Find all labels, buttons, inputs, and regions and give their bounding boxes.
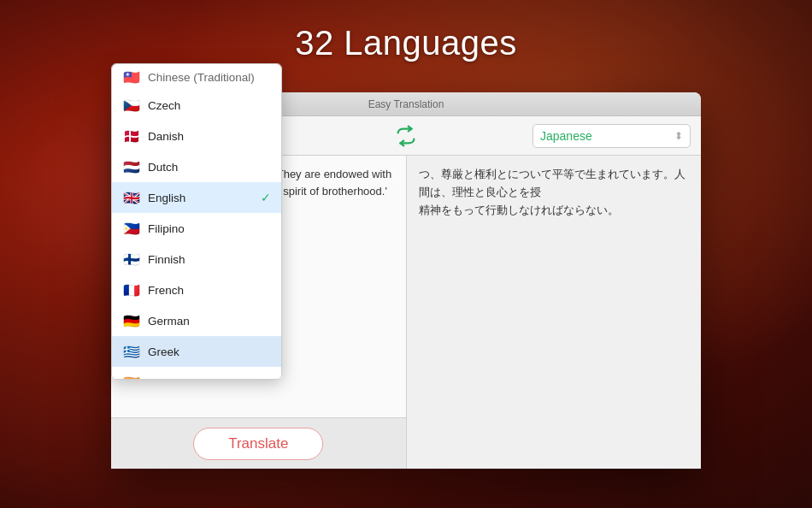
selected-checkmark-icon: ✓: [261, 191, 271, 204]
target-language-arrow-icon: ⬍: [674, 130, 683, 142]
translate-button-area: Translate: [111, 417, 406, 469]
flag-icon: 🇫🇷: [122, 281, 141, 299]
language-label: Dutch: [148, 161, 178, 174]
language-label: French: [148, 284, 184, 297]
language-label: Hindi: [148, 376, 174, 381]
list-item[interactable]: 🇩🇪 German: [112, 305, 281, 336]
app-title: Easy Translation: [368, 98, 444, 110]
flag-icon: 🇮🇳: [122, 373, 141, 380]
list-item-english[interactable]: 🇬🇧 English ✓: [112, 182, 281, 213]
flag-icon: 🇬🇷: [122, 342, 141, 361]
flag-icon: 🇩🇪: [122, 311, 141, 330]
list-item[interactable]: 🇨🇿 Czech: [112, 90, 281, 121]
flag-icon: 🇳🇱: [122, 157, 141, 176]
language-label: Finnish: [148, 253, 185, 266]
list-item[interactable]: 🇫🇮 Finnish: [112, 244, 281, 275]
language-label: Danish: [148, 130, 184, 143]
target-text: つ、尊厳と権利とについて平等で生まれています。人間は、理性と良心とを授精神をもっ…: [419, 166, 690, 219]
target-text-pane: つ、尊厳と権利とについて平等で生まれています。人間は、理性と良心とを授精神をもっ…: [407, 156, 702, 469]
list-item[interactable]: 🇵🇭 Filipino: [112, 213, 281, 244]
target-language-label: Japanese: [540, 129, 671, 143]
language-label: English: [148, 192, 185, 204]
language-label: German: [148, 315, 190, 328]
flag-icon: 🇬🇧: [122, 188, 141, 207]
language-label: Czech: [148, 99, 180, 112]
list-item-greek[interactable]: 🇬🇷 Greek: [112, 336, 281, 367]
list-item[interactable]: 🇹🇼 Chinese (Traditional): [112, 64, 281, 90]
list-item[interactable]: 🇩🇰 Danish: [112, 121, 281, 151]
language-dropdown: 🇹🇼 Chinese (Traditional) 🇨🇿 Czech 🇩🇰 Dan…: [111, 63, 282, 380]
language-label: Filipino: [148, 222, 185, 235]
list-item[interactable]: 🇳🇱 Dutch: [112, 151, 281, 182]
flag-icon: 🇵🇭: [122, 219, 141, 238]
translate-button[interactable]: Translate: [193, 428, 323, 460]
language-label: Greek: [148, 346, 179, 358]
swap-icon[interactable]: [394, 124, 418, 148]
list-item[interactable]: 🇮🇳 Hindi: [112, 367, 281, 380]
flag-icon: 🇹🇼: [122, 68, 141, 86]
toolbar-center: [279, 124, 533, 148]
flag-icon: 🇨🇿: [122, 96, 141, 115]
flag-icon: 🇩🇰: [122, 127, 141, 145]
flag-icon: 🇫🇮: [122, 250, 141, 269]
target-language-select[interactable]: Japanese ⬍: [533, 124, 691, 148]
page-title: 32 Languages: [295, 24, 517, 62]
language-label: Chinese (Traditional): [148, 71, 255, 84]
list-item[interactable]: 🇫🇷 French: [112, 275, 281, 305]
